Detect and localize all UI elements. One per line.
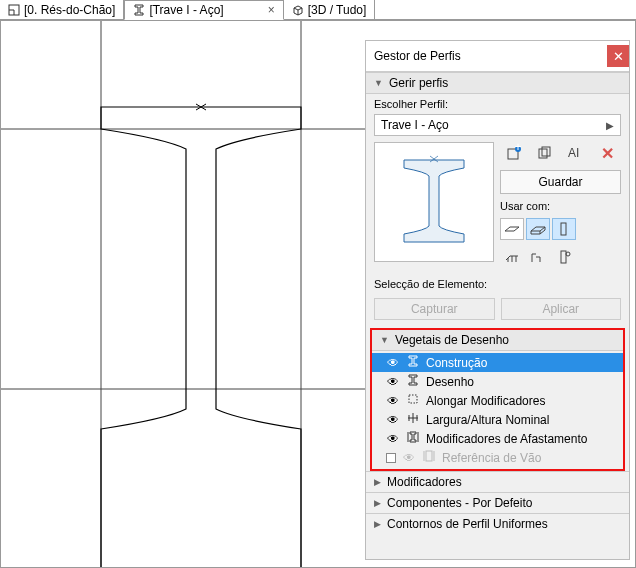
highlighted-section: ▼ Vegetais de Desenho 👁 Construção 👁 Des… xyxy=(370,328,625,471)
panel-header: Gestor de Perfis ✕ xyxy=(366,41,629,72)
close-panel-button[interactable]: ✕ xyxy=(607,45,629,67)
section-uniform-contours[interactable]: ▶ Contornos de Perfil Uniformes xyxy=(366,513,629,534)
choose-profile-label: Escolher Perfil: xyxy=(366,94,629,114)
tool-object[interactable] xyxy=(526,246,550,268)
tool-beam[interactable] xyxy=(526,218,550,240)
layer-item-opening-reference[interactable]: 👁 Referência de Vão xyxy=(372,448,623,467)
save-button[interactable]: Guardar xyxy=(500,170,621,194)
tab-floor-plan[interactable]: [0. Rés-do-Chão] xyxy=(0,0,124,19)
tool-other[interactable] xyxy=(552,246,576,268)
tab-label: [3D / Tudo] xyxy=(308,3,367,17)
chevron-right-icon: ▶ xyxy=(374,477,381,487)
profile-preview xyxy=(374,142,494,262)
section-drawing-layers[interactable]: ▼ Vegetais de Desenho xyxy=(372,330,623,351)
new-profile-icon[interactable]: + xyxy=(503,142,525,164)
capture-button[interactable]: Capturar xyxy=(374,298,495,320)
tab-label: [Trave I - Aço] xyxy=(149,3,223,17)
apply-button[interactable]: Aplicar xyxy=(501,298,622,320)
svg-text:I: I xyxy=(576,146,579,160)
section-modifiers[interactable]: ▶ Modificadores xyxy=(366,471,629,492)
tab-3d[interactable]: [3D / Tudo] xyxy=(284,0,376,19)
chevron-right-icon: ▶ xyxy=(606,120,614,131)
svg-rect-20 xyxy=(561,251,566,263)
profile-dropdown[interactable]: Trave I - Aço ▶ xyxy=(374,114,621,136)
opening-icon xyxy=(422,450,436,465)
use-with-label: Usar com: xyxy=(500,200,621,212)
svg-rect-15 xyxy=(539,149,547,158)
svg-rect-19 xyxy=(561,223,566,235)
chevron-right-icon: ▶ xyxy=(374,498,381,508)
tab-label: [0. Rés-do-Chão] xyxy=(24,3,115,17)
profile-icon xyxy=(406,355,420,370)
visibility-icon[interactable]: 👁 xyxy=(386,375,400,389)
checkbox[interactable] xyxy=(386,453,396,463)
visibility-icon[interactable]: 👁 xyxy=(386,413,400,427)
stretch-icon xyxy=(406,393,420,408)
visibility-icon[interactable]: 👁 xyxy=(402,451,416,465)
tool-handrail[interactable] xyxy=(500,246,524,268)
layer-item-drawing[interactable]: 👁 Desenho xyxy=(372,372,623,391)
svg-text:A: A xyxy=(568,146,576,160)
visibility-icon[interactable]: 👁 xyxy=(386,394,400,408)
visibility-icon[interactable]: 👁 xyxy=(386,356,400,370)
svg-rect-22 xyxy=(409,395,417,403)
cube-icon xyxy=(292,4,304,16)
section-components[interactable]: ▶ Componentes - Por Defeito xyxy=(366,492,629,513)
floor-plan-icon xyxy=(8,4,20,16)
chevron-right-icon: ▶ xyxy=(374,519,381,529)
close-tab-icon[interactable]: × xyxy=(268,3,275,17)
svg-point-21 xyxy=(566,252,570,256)
svg-rect-16 xyxy=(542,147,550,156)
ibeam-icon xyxy=(133,4,145,16)
layer-item-stretch-modifiers[interactable]: 👁 Alongar Modificadores xyxy=(372,391,623,410)
layer-item-offset-modifiers[interactable]: 👁 Modificadores de Afastamento xyxy=(372,429,623,448)
duplicate-profile-icon[interactable] xyxy=(534,142,556,164)
selection-label: Selecção de Elemento: xyxy=(366,274,629,294)
tab-bar: [0. Rés-do-Chão] [Trave I - Aço] × [3D /… xyxy=(0,0,636,20)
chevron-down-icon: ▼ xyxy=(380,335,389,345)
profile-value: Trave I - Aço xyxy=(381,118,449,132)
visibility-icon[interactable]: 👁 xyxy=(386,432,400,446)
profile-manager-panel: Gestor de Perfis ✕ ▼ Gerir perfis Escolh… xyxy=(365,40,630,560)
rename-profile-icon[interactable]: AI xyxy=(565,142,587,164)
layer-item-construction[interactable]: 👁 Construção xyxy=(372,353,623,372)
layer-item-nominal-size[interactable]: 👁 Largura/Altura Nominal xyxy=(372,410,623,429)
offset-icon xyxy=(406,431,420,446)
delete-profile-icon[interactable]: ✕ xyxy=(596,142,618,164)
section-manage-profiles[interactable]: ▼ Gerir perfis xyxy=(366,72,629,94)
dimension-icon xyxy=(406,412,420,427)
tab-profile[interactable]: [Trave I - Aço] × xyxy=(124,0,283,20)
profile-icon xyxy=(406,374,420,389)
tool-wall[interactable] xyxy=(500,218,524,240)
panel-title: Gestor de Perfis xyxy=(374,49,461,63)
svg-text:+: + xyxy=(514,140,521,154)
chevron-down-icon: ▼ xyxy=(374,78,383,88)
svg-rect-29 xyxy=(426,451,432,461)
tool-column[interactable] xyxy=(552,218,576,240)
